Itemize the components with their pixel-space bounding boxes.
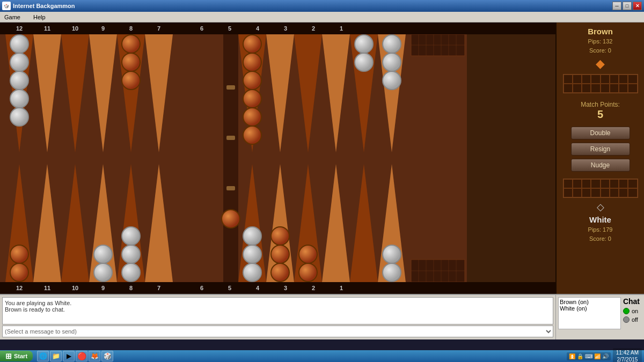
svg-point-39 xyxy=(122,71,140,90)
bot-num-1: 1 xyxy=(327,285,355,291)
status-line1: You are playing as White. xyxy=(5,300,551,306)
bot-num-11: 11 xyxy=(33,285,61,291)
chat-off-label: off xyxy=(632,316,638,323)
svg-point-43 xyxy=(243,90,261,108)
svg-point-47 xyxy=(355,53,373,71)
svg-point-64 xyxy=(299,263,317,282)
top-num-5: 5 xyxy=(216,25,244,32)
menu-game[interactable]: Game xyxy=(2,13,23,21)
clock-time: 11:42 AM xyxy=(616,349,639,356)
top-num-6: 6 xyxy=(188,25,216,32)
chat-title: Chat xyxy=(623,297,640,306)
brown-player-name: Brown xyxy=(588,27,613,36)
right-chat-panel: Brown (on) White (on) Chat on off xyxy=(555,295,644,339)
svg-rect-3 xyxy=(223,34,238,282)
radio-on-icon xyxy=(623,308,630,314)
taskbar-icons: 🌐 📁 ▶ 🔴 🦊 🎲 xyxy=(37,351,113,361)
svg-point-46 xyxy=(355,35,373,53)
bot-num-10: 10 xyxy=(61,285,89,291)
bot-num-2: 2 xyxy=(299,285,327,291)
svg-point-56 xyxy=(122,245,140,263)
bot-num-4: 4 xyxy=(244,285,272,291)
board-svg[interactable] xyxy=(0,34,467,282)
minimize-button[interactable]: ─ xyxy=(612,2,621,10)
svg-point-66 xyxy=(383,263,401,282)
brown-pips: Pips: 132 xyxy=(588,37,613,46)
svg-point-50 xyxy=(383,71,401,90)
white-score-grid xyxy=(563,179,638,198)
taskbar: ⊞ Start 🌐 📁 ▶ 🔴 🦊 🎲 ⏫ 🔒 ⌨ 📶 🔊 11:42 AM xyxy=(0,350,644,362)
svg-point-65 xyxy=(299,245,317,263)
svg-point-49 xyxy=(383,53,401,71)
svg-point-45 xyxy=(243,126,261,144)
svg-point-57 xyxy=(122,227,140,245)
close-button[interactable]: ✕ xyxy=(633,2,642,10)
chat-controls: Chat on off xyxy=(623,297,642,337)
svg-point-40 xyxy=(243,35,261,53)
svg-point-53 xyxy=(94,263,112,282)
svg-point-32 xyxy=(10,35,28,53)
svg-point-41 xyxy=(243,53,261,71)
top-num-1: 1 xyxy=(327,25,355,32)
svg-point-58 xyxy=(243,263,261,282)
top-num-12: 12 xyxy=(5,25,33,32)
tray-icon-5: 🔊 xyxy=(602,353,609,359)
svg-rect-5 xyxy=(226,136,235,140)
radio-off-icon xyxy=(623,316,630,323)
tray-icon-1: ⏫ xyxy=(569,353,575,359)
top-num-8: 8 xyxy=(117,25,145,32)
svg-point-44 xyxy=(243,108,261,126)
top-num-10: 10 xyxy=(61,25,89,32)
top-num-7: 7 xyxy=(145,25,173,32)
taskbar-icon-5[interactable]: 🦊 xyxy=(89,351,100,361)
taskbar-icon-dice[interactable]: 🎲 xyxy=(101,351,113,361)
taskbar-icon-3[interactable]: ▶ xyxy=(63,351,75,361)
clock: 11:42 AM 2/7/2015 xyxy=(613,348,642,362)
start-button[interactable]: ⊞ Start xyxy=(0,351,33,361)
taskbar-right: ⏫ 🔒 ⌨ 📶 🔊 11:42 AM 2/7/2015 xyxy=(567,348,644,362)
svg-point-60 xyxy=(243,227,261,245)
tray-icon-3: ⌨ xyxy=(585,353,592,359)
match-points-value: 5 xyxy=(597,108,603,121)
double-button[interactable]: Double xyxy=(571,127,630,139)
bot-num-5: 5 xyxy=(216,285,244,291)
bot-num-3: 3 xyxy=(272,285,299,291)
top-num-11: 11 xyxy=(33,25,61,32)
menu-help[interactable]: Help xyxy=(31,13,48,21)
tray-icon-4: 📶 xyxy=(594,353,601,359)
resign-button[interactable]: Resign xyxy=(571,143,630,156)
svg-point-61 xyxy=(271,263,289,282)
bottom-area: You are playing as White. Brown is ready… xyxy=(0,294,644,339)
bot-num-8: 8 xyxy=(117,285,145,291)
white-diamond-icon: ◇ xyxy=(597,201,604,213)
brown-score: Score: 0 xyxy=(589,46,611,55)
titlebar: 🎲 Internet Backgammon ─ □ ✕ xyxy=(0,0,644,12)
maximize-button[interactable]: □ xyxy=(623,2,632,10)
taskbar-icon-2[interactable]: 📁 xyxy=(50,351,62,361)
chat-message-area: You are playing as White. Brown is ready… xyxy=(0,295,555,339)
svg-point-37 xyxy=(122,35,140,53)
top-num-9: 9 xyxy=(89,25,117,32)
nudge-button[interactable]: Nudge xyxy=(571,159,630,172)
player-list-box: Brown (on) White (on) xyxy=(558,297,621,329)
taskbar-icon-1[interactable]: 🌐 xyxy=(37,351,49,361)
svg-point-54 xyxy=(94,245,112,263)
white-status: White (on) xyxy=(560,305,619,312)
svg-point-59 xyxy=(243,245,261,263)
svg-point-36 xyxy=(10,108,28,126)
svg-point-55 xyxy=(122,263,140,282)
chat-on-row: on xyxy=(623,308,638,314)
clock-date: 2/7/2015 xyxy=(616,356,639,362)
chat-on-label: on xyxy=(632,308,638,314)
message-select[interactable]: (Select a message to send) xyxy=(2,326,553,337)
titlebar-left: 🎲 Internet Backgammon xyxy=(2,2,75,10)
app-icon: 🎲 xyxy=(2,2,11,10)
titlebar-title: Internet Backgammon xyxy=(13,3,75,9)
bot-num-12: 12 xyxy=(5,285,33,291)
svg-point-33 xyxy=(10,53,28,71)
svg-point-34 xyxy=(10,71,28,90)
bot-num-9: 9 xyxy=(89,285,117,291)
white-pips: Pips: 179 xyxy=(588,225,613,234)
taskbar-icon-4[interactable]: 🔴 xyxy=(76,351,87,361)
match-points-label: Match Points: xyxy=(581,101,620,108)
